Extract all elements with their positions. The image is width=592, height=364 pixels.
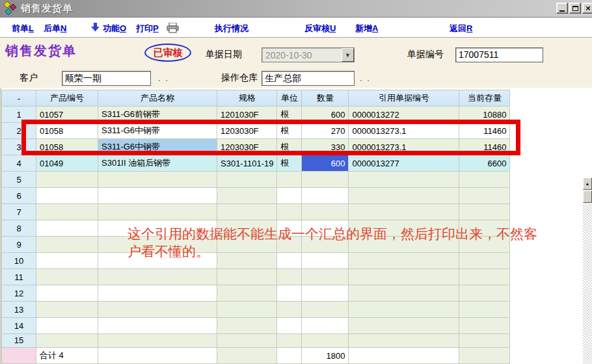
grid-cell-stock[interactable]	[459, 204, 510, 220]
grid-cell-code[interactable]	[36, 285, 98, 302]
grid-cell-stock[interactable]	[459, 220, 510, 237]
grid-cell-code[interactable]	[36, 334, 98, 348]
grid-cell-spec[interactable]	[217, 318, 277, 334]
grid-cell-qty[interactable]	[302, 302, 349, 318]
minimize-button[interactable]	[556, 3, 568, 14]
grid-cell-code[interactable]: 01058	[36, 139, 98, 155]
grid-cell-qty[interactable]	[302, 269, 349, 285]
grid-cell-qty[interactable]	[302, 220, 349, 237]
row-number-cell[interactable]: 12	[2, 285, 36, 302]
row-number-cell[interactable]: 15	[2, 334, 36, 348]
grid-cell-qty[interactable]: 330	[302, 139, 349, 155]
grid-cell-qty[interactable]	[302, 318, 349, 334]
grid-cell-ref[interactable]	[349, 253, 459, 269]
grid-cell-code[interactable]	[36, 269, 98, 285]
grid-cell-code[interactable]	[36, 237, 98, 253]
grid-cell-stock[interactable]: 10880	[459, 107, 510, 123]
toolbar-return[interactable]: 返回R	[450, 23, 472, 34]
grid-cell-code[interactable]	[36, 302, 98, 318]
grid-cell-spec[interactable]	[217, 172, 277, 188]
row-number-cell[interactable]: 9	[2, 237, 36, 253]
grid-cell-name[interactable]: S311-G6中钢带	[98, 123, 217, 139]
grid-cell-unit[interactable]: 根	[277, 155, 302, 172]
row-number-cell[interactable]: 8	[2, 220, 36, 237]
grid-cell-qty[interactable]	[302, 188, 349, 204]
grid-cell-ref[interactable]: 0000013272	[349, 107, 459, 123]
toolbar-next-doc[interactable]: 后单N	[44, 23, 66, 34]
scrollbar-thumb[interactable]	[583, 190, 592, 203]
close-button[interactable]: ×	[582, 3, 592, 14]
row-number-cell[interactable]: 13	[2, 302, 36, 318]
row-number-cell[interactable]: 2	[2, 123, 36, 139]
grid-cell-spec[interactable]	[217, 334, 277, 348]
customer-input[interactable]: 顺荣一期	[62, 71, 151, 86]
grid-cell-spec[interactable]	[217, 269, 277, 285]
grid-cell-qty[interactable]: 270	[302, 123, 349, 139]
toolbar-exec-status[interactable]: 执行情况	[215, 23, 249, 34]
grid-cell-unit[interactable]: 根	[277, 123, 302, 139]
grid-cell-ref[interactable]	[349, 204, 459, 220]
grid-cell-stock[interactable]	[459, 253, 510, 269]
grid-cell-unit[interactable]	[277, 172, 302, 188]
grid-cell-ref[interactable]	[349, 237, 459, 253]
grid-cell-spec[interactable]	[217, 237, 277, 253]
grid-cell-qty[interactable]: 600	[302, 155, 349, 172]
grid-cell-ref[interactable]: 0000013273.1	[349, 123, 459, 139]
grid-cell-ref[interactable]	[349, 285, 459, 302]
toolbar-print[interactable]: 打印P	[136, 23, 159, 34]
grid-cell-code[interactable]	[36, 204, 98, 220]
row-number-cell[interactable]: 5	[2, 172, 36, 188]
grid-cell-spec[interactable]: 1203030F	[217, 123, 277, 139]
grid-cell-name[interactable]: S311-G6中钢带	[98, 139, 217, 155]
grid-cell-stock[interactable]	[459, 285, 510, 302]
grid-cell-ref[interactable]	[349, 172, 459, 188]
grid-cell-ref[interactable]	[349, 334, 459, 348]
grid-cell-qty[interactable]	[302, 204, 349, 220]
grid-cell-unit[interactable]	[277, 334, 302, 348]
grid-cell-name[interactable]	[98, 253, 217, 269]
grid-cell-unit[interactable]	[277, 269, 302, 285]
grid-cell-stock[interactable]	[459, 188, 510, 204]
grid-cell-qty[interactable]	[302, 237, 349, 253]
grid-cell-name[interactable]	[98, 302, 217, 318]
row-number-cell[interactable]: 3	[2, 139, 36, 155]
grid-cell-ref[interactable]: 0000013273.1	[349, 139, 459, 155]
warehouse-input[interactable]: 生产总部	[262, 71, 355, 86]
grid-cell-name[interactable]: S301II 油箱后钢带	[98, 155, 217, 172]
row-number-cell[interactable]: 4	[2, 155, 36, 172]
grid-cell-ref[interactable]	[349, 302, 459, 318]
grid-cell-qty[interactable]: 600	[302, 107, 349, 123]
grid-cell-ref[interactable]: 0000013277	[349, 155, 459, 172]
grid-cell-spec[interactable]: S301-1101-19	[217, 155, 277, 172]
grid-cell-name[interactable]	[98, 220, 217, 237]
grid-cell-code[interactable]	[36, 172, 98, 188]
grid-cell-code[interactable]	[36, 188, 98, 204]
grid-cell-name[interactable]	[98, 318, 217, 334]
grid-cell-ref[interactable]	[349, 220, 459, 237]
grid-cell-unit[interactable]	[277, 188, 302, 204]
row-number-cell[interactable]: 7	[2, 204, 36, 220]
grid-cell-code[interactable]	[36, 253, 98, 269]
grid-cell-stock[interactable]: 11460	[459, 123, 510, 139]
grid-cell-unit[interactable]	[277, 302, 302, 318]
grid-cell-name[interactable]	[98, 334, 217, 348]
grid-cell-stock[interactable]	[459, 318, 510, 334]
grid-cell-name[interactable]	[98, 269, 217, 285]
warehouse-lookup-button[interactable]: . .	[360, 73, 371, 83]
grid-cell-ref[interactable]	[349, 318, 459, 334]
toolbar-unaudit[interactable]: 反审核U	[304, 23, 336, 34]
grid-cell-stock[interactable]: 11460	[459, 139, 510, 155]
grid-cell-spec[interactable]	[217, 204, 277, 220]
chevron-down-icon[interactable]: ▼	[342, 48, 354, 62]
grid-cell-name[interactable]	[98, 237, 217, 253]
grid-cell-spec[interactable]	[217, 302, 277, 318]
grid-cell-unit[interactable]	[277, 253, 302, 269]
grid-cell-name[interactable]: S311-G6前钢带	[98, 107, 217, 123]
grid-cell-spec[interactable]	[217, 220, 277, 237]
grid-cell-stock[interactable]	[459, 302, 510, 318]
toolbar-add-new[interactable]: 新增A	[355, 23, 378, 34]
grid-cell-stock[interactable]	[459, 269, 510, 285]
scroll-up-icon[interactable]: ▲	[583, 177, 592, 190]
grid-cell-code[interactable]: 01049	[36, 155, 98, 172]
grid-cell-spec[interactable]: 1201030F	[217, 107, 277, 123]
